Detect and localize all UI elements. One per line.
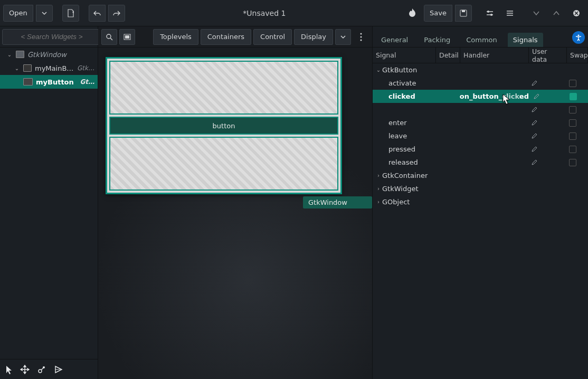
open-button[interactable]: Open [3,5,33,22]
align-tool-icon[interactable] [54,365,63,374]
signal-userdata-placeholder[interactable] [531,159,537,166]
preferences-button[interactable] [481,5,498,22]
pointer-tool-icon[interactable] [5,365,13,374]
palette-mode-button[interactable] [119,29,135,45]
open-recent-dropdown[interactable] [36,5,53,22]
signal-row-blank[interactable] [373,103,588,116]
edit-icon[interactable] [533,93,539,100]
redo-button[interactable] [108,5,125,22]
tree-label: GtkWindow [27,51,94,59]
signal-swap-checkbox[interactable] [569,119,576,127]
expand-icon[interactable]: › [375,173,382,178]
signal-userdata-placeholder[interactable] [531,133,537,139]
edit-icon[interactable] [531,80,537,87]
signal-name: pressed [388,145,415,153]
edit-icon[interactable] [531,133,537,139]
canvas[interactable]: button GtkWindow [98,48,372,379]
expand-icon[interactable]: ⌄ [375,67,382,73]
signal-name: leave [388,132,407,140]
svg-rect-1 [462,10,465,12]
tab-general[interactable]: General [376,33,413,47]
dev-down-button[interactable] [528,5,545,22]
signal-swap-checkbox[interactable] [570,93,577,100]
chevron-down-icon [533,11,540,16]
edit-icon[interactable] [531,120,537,126]
save-as-button[interactable] [455,5,472,22]
chevron-down-icon [340,34,346,40]
tree-row-gtkwindow[interactable]: ⌄ GtkWindow [0,48,98,61]
flame-icon [406,7,418,19]
resize-tool-icon[interactable] [37,365,46,374]
signal-userdata-placeholder[interactable] [531,146,537,153]
svg-rect-9 [125,35,129,39]
palette-more-dropdown[interactable] [335,29,351,45]
widget-tree[interactable]: ⌄ GtkWindow ⌄ myMainBox Gtk… myButton Gt… [0,48,98,359]
palette-cat-toplevels[interactable]: Toplevels [153,29,198,45]
signal-group-gtkwidget[interactable]: › GtkWidget [373,182,588,195]
col-handler[interactable]: Handler [460,48,529,63]
tab-accessibility[interactable] [572,31,585,44]
design-mybutton[interactable]: button [109,117,338,135]
design-slot-top[interactable] [109,61,338,115]
signal-row-enter[interactable]: enter [373,116,588,129]
signal-group-gtkbutton[interactable]: ⌄ GtkButton [373,63,588,77]
tab-common[interactable]: Common [461,33,502,47]
close-button[interactable] [568,5,585,22]
save-button[interactable]: Save [424,5,452,22]
expand-icon[interactable]: ⌄ [6,52,13,58]
edit-icon[interactable] [531,159,537,166]
col-userdata[interactable]: User data [529,48,567,63]
signal-row-released[interactable]: released [373,156,588,169]
new-document-button[interactable] [62,5,79,22]
tree-type: Gt… [80,78,94,86]
signal-handler-value[interactable]: on_button_clicked [460,92,529,100]
tab-packing[interactable]: Packing [419,33,456,47]
expand-icon[interactable]: › [375,186,382,192]
design-mymainbox[interactable]: button [107,59,340,193]
signal-row-clicked[interactable]: clickedon_button_clicked [373,90,588,103]
undo-button[interactable] [89,5,106,22]
col-detail[interactable]: Detail [436,48,460,63]
palette-cat-display[interactable]: Display [294,29,333,45]
chevron-up-icon [553,11,560,16]
signal-userdata-placeholder[interactable] [531,120,537,126]
col-signal[interactable]: Signal [373,48,436,63]
window-icon [16,51,24,58]
tree-row-mybutton[interactable]: myButton Gt… [0,75,98,89]
tree-label: myButton [36,78,77,86]
signal-swap-checkbox[interactable] [569,132,576,140]
signal-group-gobject[interactable]: › GObject [373,195,588,209]
signal-swap-checkbox[interactable] [569,146,576,153]
box-icon [23,64,32,72]
signal-swap-checkbox[interactable] [569,80,576,87]
design-gtkwindow[interactable]: button [106,57,342,194]
signal-swap-checkbox[interactable] [569,159,576,166]
signal-userdata-placeholder[interactable] [533,93,539,100]
expand-icon[interactable]: ⌄ [14,65,20,71]
signal-row-pressed[interactable]: pressed [373,143,588,156]
signals-tree[interactable]: ⌄ GtkButton activateclickedon_button_cli… [373,63,588,379]
menu-button[interactable] [501,5,518,22]
signal-group-label: GtkContainer [382,172,428,179]
signal-row-activate[interactable]: activate [373,77,588,90]
palette-overflow-button[interactable] [353,29,369,45]
signal-row-leave[interactable]: leave [373,129,588,143]
palette-cat-containers[interactable]: Containers [201,29,251,45]
edit-icon[interactable] [531,146,537,153]
svg-point-13 [577,34,579,36]
signal-group-gtkcontainer[interactable]: › GtkContainer [373,169,588,182]
palette-cat-control[interactable]: Control [253,29,292,45]
move-tool-icon[interactable] [20,365,30,374]
expand-icon[interactable]: › [375,199,382,205]
design-slot-bottom[interactable] [109,137,338,191]
signal-userdata-placeholder[interactable] [531,80,537,87]
signal-swap-checkbox[interactable] [569,106,576,113]
signal-userdata-placeholder[interactable] [531,107,537,113]
tree-row-mymainbox[interactable]: ⌄ myMainBox Gtk… [0,61,98,75]
col-swap[interactable]: Swap [567,48,588,63]
search-palette-button[interactable] [101,29,117,45]
edit-icon[interactable] [531,107,537,113]
dev-up-button[interactable] [548,5,565,22]
search-widgets-input[interactable] [2,29,101,45]
tab-signals[interactable]: Signals [508,33,543,47]
